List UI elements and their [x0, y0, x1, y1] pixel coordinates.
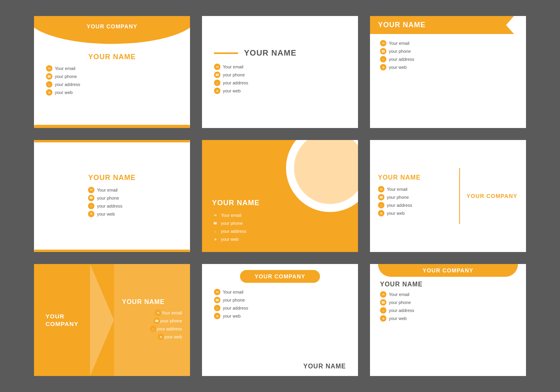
card8-phone: ☎your phone — [214, 297, 295, 303]
card2-email: ✉Your email — [214, 64, 346, 70]
address-icon: ⌂ — [88, 203, 94, 209]
card8-company: YOUR COMPANY — [252, 273, 308, 280]
card6-contacts: ✉Your email ☎your phone ⌂your address ⊕y… — [378, 186, 445, 216]
address-icon: ⌂ — [378, 202, 384, 208]
card7-chevron — [90, 264, 114, 376]
card1-phone: ☎your phone — [46, 73, 178, 80]
card8-name: YOUR NAME — [303, 363, 346, 370]
phone-icon: ☎ — [46, 73, 52, 80]
card3-address: ⌂your address — [380, 56, 516, 62]
card1-name: YOUR NAME — [46, 53, 178, 61]
email-icon: ✉ — [214, 64, 220, 70]
business-card-8[interactable]: YOUR COMPANY ✉Your email ☎your phone ⌂yo… — [202, 264, 358, 376]
address-icon: ⌂ — [212, 228, 218, 234]
phone-icon: ☎ — [380, 299, 386, 306]
business-card-3[interactable]: YOUR NAME ✉Your email ☎your phone ⌂your … — [370, 16, 526, 128]
email-icon: ✉ — [155, 310, 161, 316]
card7-right: YOUR NAME Your email✉ your phone☎ your a… — [114, 264, 190, 376]
email-icon: ✉ — [380, 40, 386, 46]
card4-email: ✉Your email — [88, 187, 136, 193]
card8-web: ⊕your web — [214, 313, 295, 319]
card1-contacts: ✉Your email ☎your phone ⌂your address ⊕y… — [46, 65, 178, 96]
web-icon: ⊕ — [212, 236, 218, 242]
card1-email: ✉Your email — [46, 65, 178, 72]
card9-web: ⊕your web — [380, 315, 516, 322]
card4-address: ⌂your address — [88, 203, 136, 209]
card1-address: ⌂your address — [46, 81, 178, 88]
card3-body: ✉Your email ☎your phone ⌂your address ⊕y… — [370, 34, 526, 78]
card8-contacts: ✉Your email ☎your phone ⌂your address ⊕y… — [214, 289, 295, 319]
card1-company: YOUR COMPANY — [34, 20, 190, 37]
card3-phone: ☎your phone — [380, 48, 516, 54]
card4-contacts: ✉Your email ☎your phone ⌂your address ⊕y… — [88, 187, 136, 217]
phone-icon: ☎ — [214, 72, 220, 78]
phone-icon: ☎ — [214, 297, 220, 303]
card4-body: YOUR NAME ✉Your email ☎your phone ⌂your … — [76, 170, 148, 223]
card8-right: YOUR NAME — [303, 289, 346, 370]
card2-phone: ☎your phone — [214, 72, 346, 78]
card9-phone: ☎your phone — [380, 299, 516, 306]
card6-left: YOUR NAME ✉Your email ☎your phone ⌂your … — [378, 174, 453, 218]
card7-address: your address⌂ — [122, 326, 182, 332]
card2-contacts: ✉Your email ☎your phone ⌂your address ⊕y… — [214, 64, 346, 96]
business-card-5[interactable]: YOUR NAME ✉Your email ☎your phone ⌂your … — [202, 140, 358, 252]
web-icon: ⊕ — [214, 88, 220, 94]
card1-banner: YOUR COMPANY — [34, 16, 190, 49]
card9-company: YOUR COMPANY — [386, 267, 510, 274]
web-icon: ⊕ — [46, 89, 52, 96]
address-icon: ⌂ — [380, 56, 386, 62]
business-card-7[interactable]: YOURCOMPANY YOUR NAME Your email✉ your p… — [34, 264, 190, 376]
web-icon: ⊕ — [380, 64, 386, 70]
card8-badge: YOUR COMPANY — [240, 270, 320, 283]
address-icon: ⌂ — [380, 307, 386, 314]
card7-contacts: Your email✉ your phone☎ your address⌂ yo… — [122, 310, 182, 342]
card5-web: ⊕your web — [212, 236, 348, 242]
card-grid: YOUR COMPANY YOUR NAME ✉Your email ☎your… — [22, 4, 538, 388]
card9-name: YOUR NAME — [380, 281, 516, 288]
card5-email: ✉Your email — [212, 212, 348, 218]
phone-icon: ☎ — [212, 220, 218, 226]
phone-icon: ☎ — [378, 194, 384, 200]
card3-web: ⊕your web — [380, 64, 516, 70]
card9-badge: YOUR COMPANY — [378, 264, 518, 277]
business-card-4[interactable]: YOUR NAME ✉Your email ☎your phone ⌂your … — [34, 140, 190, 252]
business-card-6[interactable]: YOUR NAME ✉Your email ☎your phone ⌂your … — [370, 140, 526, 252]
phone-icon: ☎ — [154, 318, 160, 324]
card8-left: ✉Your email ☎your phone ⌂your address ⊕y… — [214, 289, 295, 370]
card3-banner: YOUR NAME — [370, 16, 526, 34]
card5-address: ⌂your address — [212, 228, 348, 234]
card8-email: ✉Your email — [214, 289, 295, 295]
address-icon: ⌂ — [46, 81, 52, 88]
email-icon: ✉ — [88, 187, 94, 193]
card6-phone: ☎your phone — [378, 194, 445, 200]
card4-name: YOUR NAME — [88, 174, 136, 182]
card3-name: YOUR NAME — [378, 21, 426, 29]
business-card-1[interactable]: YOUR COMPANY YOUR NAME ✉Your email ☎your… — [34, 16, 190, 128]
card3-contacts: ✉Your email ☎your phone ⌂your address ⊕y… — [380, 40, 516, 70]
card7-left: YOURCOMPANY — [34, 264, 90, 376]
web-icon: ⊕ — [378, 210, 384, 216]
card5-contacts: ✉Your email ☎your phone ⌂your address ⊕y… — [212, 212, 348, 244]
card5-name: YOUR NAME — [212, 199, 348, 207]
web-icon: ⊕ — [214, 313, 220, 319]
card6-name: YOUR NAME — [378, 174, 445, 181]
card9-body: YOUR NAME ✉Your email ☎your phone ⌂your … — [370, 277, 526, 327]
address-icon: ⌂ — [214, 305, 220, 311]
business-card-9[interactable]: YOUR COMPANY YOUR NAME ✉Your email ☎your… — [370, 264, 526, 376]
address-icon: ⌂ — [214, 80, 220, 86]
address-icon: ⌂ — [150, 326, 156, 332]
card6-email: ✉Your email — [378, 186, 445, 192]
card3-chevron — [506, 16, 526, 34]
email-icon: ✉ — [46, 65, 52, 72]
card6-address: ⌂your address — [378, 202, 445, 208]
card1-body: YOUR NAME ✉Your email ☎your phone ⌂your … — [34, 49, 190, 101]
card2-address: ⌂your address — [214, 80, 346, 86]
business-card-2[interactable]: YOUR NAME ✉Your email ☎your phone ⌂your … — [202, 16, 358, 128]
card2-web: ⊕your web — [214, 88, 346, 94]
card5-phone: ☎your phone — [212, 220, 348, 226]
email-icon: ✉ — [378, 186, 384, 192]
phone-icon: ☎ — [88, 195, 94, 201]
card4-phone: ☎your phone — [88, 195, 136, 201]
card7-company: YOURCOMPANY — [46, 312, 79, 328]
card2-name: YOUR NAME — [244, 48, 296, 58]
